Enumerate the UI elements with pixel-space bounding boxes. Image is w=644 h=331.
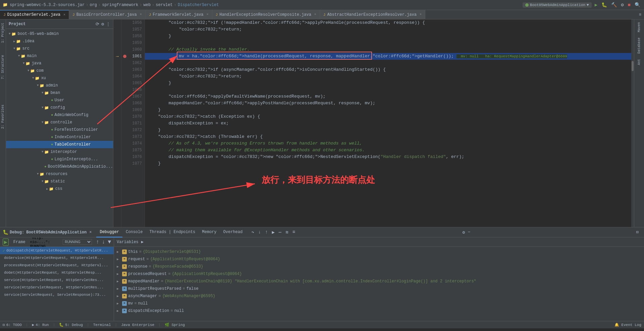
debug-tab-console[interactable]: Console xyxy=(122,227,146,237)
tab-handler-exception[interactable]: J HandlerExceptionResolverComposite.java… xyxy=(212,10,320,19)
bp-1069[interactable] xyxy=(121,107,128,113)
bp-1061[interactable] xyxy=(121,53,128,60)
var-item-7[interactable]: ▶ = mv = null xyxy=(114,300,644,307)
var-expand-8[interactable]: ▶ xyxy=(117,309,121,313)
tree-item-13[interactable]: ●FormTestController xyxy=(6,126,113,133)
variables-expand-icon[interactable]: ▶ xyxy=(141,239,144,244)
tab-abstract-handler[interactable]: J AbstractHandlerExceptionResolver.java … xyxy=(320,10,425,19)
frame-item-0[interactable]: ✓doDispatch(HttpServletRequest, HttpServ… xyxy=(0,247,114,254)
database-icon[interactable]: Database xyxy=(637,35,642,56)
bp-1074[interactable] xyxy=(121,140,128,147)
status-run[interactable]: ▶ 4: Run xyxy=(32,323,49,327)
bp-1070[interactable] xyxy=(121,113,128,120)
bp-1077[interactable] xyxy=(121,160,128,167)
tree-item-2[interactable]: ▼📁src xyxy=(6,45,113,52)
var-item-0[interactable]: ▶ = this = {DispatcherServlet@6531} xyxy=(114,248,644,256)
left-tab-structure[interactable]: 7: Structure xyxy=(0,53,5,81)
frame-item-3[interactable]: doGet(HttpServletRequest, HttpServletRes… xyxy=(0,269,114,276)
bp-1066[interactable] xyxy=(121,87,128,93)
code-content[interactable]: "color:#cc7832;">if (!mappedHandler."col… xyxy=(145,19,631,227)
var-item-5[interactable]: ▶ = multipartRequestParsed = false xyxy=(114,285,644,292)
bp-1064[interactable] xyxy=(121,73,128,80)
tree-item-20[interactable]: ▼📁static xyxy=(6,178,113,185)
tab-close-2[interactable]: × xyxy=(207,13,209,16)
more-tabs-icon[interactable]: ≡ xyxy=(639,12,641,17)
debug-resume[interactable]: ▶ xyxy=(270,229,276,236)
bp-1068[interactable] xyxy=(121,100,128,107)
status-spring[interactable]: 🌿 Spring xyxy=(165,323,185,327)
ant-icon[interactable]: Ant xyxy=(637,56,642,68)
tab-dispatcher-servlet[interactable]: J DispatcherServlet.java × xyxy=(0,10,69,19)
var-item-6[interactable]: ▶ = asyncManager = {WebAsyncManager@6595… xyxy=(114,292,644,300)
tree-item-14[interactable]: ●IndexController xyxy=(6,133,113,141)
status-todo[interactable]: ⊡ 6: TODO xyxy=(3,323,22,327)
build-button[interactable]: 🔨 xyxy=(610,2,618,8)
debug-tab-overhead[interactable]: Overhead xyxy=(220,227,246,237)
tab-framework-servlet[interactable]: J FrameworkServlet.java × xyxy=(146,10,212,19)
run-button[interactable]: ▶ xyxy=(594,2,598,8)
debug-step-over[interactable]: ↷ xyxy=(250,229,255,236)
right-scrollbar[interactable] xyxy=(631,19,634,227)
tree-item-16[interactable]: ▼📁interceptor xyxy=(6,148,113,156)
tab-close-1[interactable]: × xyxy=(140,13,142,16)
tree-item-6[interactable]: ▼📁xu xyxy=(6,74,113,82)
var-expand-6[interactable]: ▶ xyxy=(117,294,121,298)
var-expand-2[interactable]: ▶ xyxy=(117,265,121,269)
tree-item-21[interactable]: ▶📁css xyxy=(6,185,113,192)
tree-item-12[interactable]: ▼📁controlle xyxy=(6,119,113,126)
var-item-3[interactable]: ▶ = processedRequest = {ApplicationHttpR… xyxy=(114,270,644,278)
bp-1058[interactable] xyxy=(121,33,128,40)
tab-close-3[interactable]: × xyxy=(314,13,316,16)
frame-item-5[interactable]: service(HttpServletRequest, HttpServletR… xyxy=(0,284,114,291)
thread-up-icon[interactable]: ↑ xyxy=(96,239,99,245)
thread-filter-icon[interactable]: ▼ xyxy=(108,239,111,245)
debug-stream[interactable]: ≋ xyxy=(284,229,289,236)
status-java-enterprise[interactable]: Java Enterprise xyxy=(121,323,154,327)
tree-item-3[interactable]: ▼📁main xyxy=(6,52,113,60)
bp-1060[interactable] xyxy=(121,46,128,53)
thread-status-select[interactable]: RUNNING SUSPENDED xyxy=(63,239,92,245)
debug-tab-threads[interactable]: Threads | Endpoints xyxy=(146,227,199,237)
tab-close-4[interactable]: × xyxy=(420,13,422,16)
tree-item-4[interactable]: ▼📁java xyxy=(6,60,113,67)
var-item-1[interactable]: ▶ = request = {ApplicationHttpRequest@80… xyxy=(114,256,644,263)
bp-1071[interactable] xyxy=(121,120,128,127)
var-item-8[interactable]: ▶ = dispatchException = null xyxy=(114,307,644,315)
event-log[interactable]: 🔔 Event Log xyxy=(614,323,641,327)
bp-1076[interactable] xyxy=(121,154,128,160)
bp-1057[interactable] xyxy=(121,26,128,33)
thread-down-icon[interactable]: ↓ xyxy=(102,239,105,245)
sidebar-options-icon[interactable]: ⋮ xyxy=(106,21,110,27)
tree-item-1[interactable]: ▶📁.idea xyxy=(6,38,113,45)
var-expand-0[interactable]: ▶ xyxy=(117,250,121,254)
debug-tab-memory[interactable]: Memory xyxy=(199,227,220,237)
var-expand-5[interactable]: ▶ xyxy=(117,287,121,291)
bp-1056[interactable] xyxy=(121,19,128,26)
tree-item-7[interactable]: ▼📁admin xyxy=(6,82,113,89)
frame-item-2[interactable]: processRequest(HttpServletRequest, HttpS… xyxy=(0,262,114,269)
debug-step-into[interactable]: ↓ xyxy=(257,229,262,236)
left-tab-favorites[interactable]: 2: Favorites xyxy=(0,103,5,131)
frame-item-4[interactable]: service(HttpServletRequest, HttpServletR… xyxy=(0,276,114,284)
search-icon[interactable]: 🔍 xyxy=(634,2,641,8)
settings-button[interactable]: ⚙ xyxy=(620,2,625,8)
tree-item-10[interactable]: ▼📁config xyxy=(6,104,113,111)
maven-icon[interactable]: Maven xyxy=(637,19,642,35)
bp-1072[interactable] xyxy=(121,127,128,133)
debug-step-out[interactable]: ↑ xyxy=(264,229,269,236)
var-expand-1[interactable]: ▶ xyxy=(117,257,121,261)
status-debug[interactable]: 🐛 5: Debug xyxy=(59,323,83,327)
bp-1075[interactable] xyxy=(121,147,128,154)
scroll-thumb[interactable] xyxy=(632,61,634,71)
var-expand-7[interactable]: ▶ xyxy=(117,301,121,306)
debug-panel-right-icon[interactable]: ⊡ xyxy=(636,230,641,235)
frame-item-6[interactable]: service(ServletRequest, ServletResponse)… xyxy=(0,291,114,298)
tree-item-11[interactable]: ●AdminWebConfig xyxy=(6,111,113,119)
var-expand-3[interactable]: ▶ xyxy=(117,272,121,276)
sidebar-sync-icon[interactable]: ⟳ xyxy=(96,21,99,27)
var-item-2[interactable]: ▶ = response = {ResponseFacade@6533} xyxy=(114,263,644,270)
tree-item-19[interactable]: ▼📁resources xyxy=(6,170,113,178)
bp-1062[interactable] xyxy=(121,60,128,66)
debug-frames[interactable]: ≡ xyxy=(291,229,297,236)
tab-close-0[interactable]: × xyxy=(63,13,65,17)
